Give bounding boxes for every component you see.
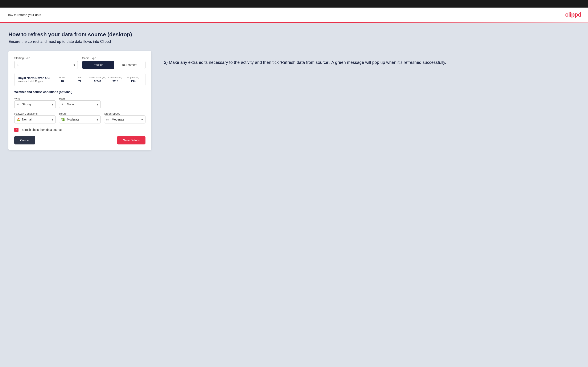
- rain-select[interactable]: None Light Heavy: [59, 100, 101, 108]
- rain-select-wrapper[interactable]: ✦ None Light Heavy: [59, 100, 101, 108]
- rough-select[interactable]: Moderate Light Heavy: [59, 116, 101, 124]
- wind-label: Wind: [14, 97, 21, 100]
- refresh-label: Refresh shots from data source: [21, 128, 62, 131]
- rough-label: Rough: [59, 112, 67, 115]
- practice-button[interactable]: Practice: [82, 61, 114, 69]
- button-row: Cancel Save Details: [14, 136, 146, 144]
- rain-group: Rain ✦ None Light Heavy: [59, 97, 101, 108]
- slope-rating-header: Slope rating: [124, 76, 142, 79]
- fairway-select-wrapper[interactable]: ⛳ Normal Soft Firm: [14, 116, 56, 124]
- starting-hole-select-wrapper[interactable]: 1: [14, 61, 78, 69]
- course-location: Westward Ho!, England: [18, 80, 53, 83]
- fairway-label: Fairway Conditions: [14, 112, 38, 115]
- starting-hole-group: Starting Hole 1: [14, 57, 78, 69]
- course-rating-col: Course rating 72.5: [106, 76, 124, 83]
- course-row: Royal North Devon GC, Westward Ho!, Engl…: [15, 73, 145, 86]
- weather-section: Weather and course conditions (optional)…: [14, 90, 146, 124]
- par-value: 72: [71, 80, 89, 83]
- yards-value: 6,744: [89, 80, 106, 83]
- game-type-group: Game Type Practice Tournament: [82, 57, 146, 69]
- weather-section-title: Weather and course conditions (optional): [14, 90, 146, 94]
- green-speed-select-wrapper[interactable]: ◎ Moderate Fast Slow: [104, 116, 146, 124]
- side-note-text: 3) Make any extra edits necessary to the…: [164, 59, 579, 66]
- course-table: Royal North Devon GC, Westward Ho!, Engl…: [14, 73, 146, 86]
- top-form-row: Starting Hole 1 Game Type Practice Tourn…: [14, 57, 146, 69]
- wind-select-wrapper[interactable]: ≋ Strong Light None: [14, 100, 56, 108]
- course-rating-value: 72.5: [106, 80, 124, 83]
- par-col: Par 72: [71, 76, 89, 83]
- game-type-label: Game Type: [82, 57, 146, 60]
- spacer: [104, 97, 146, 108]
- slope-rating-col: Slope rating 134: [124, 76, 142, 83]
- top-bar: [0, 0, 588, 8]
- fairway-group: Fairway Conditions ⛳ Normal Soft Firm: [14, 112, 56, 124]
- page-heading: How to refresh your data from source (de…: [9, 31, 579, 38]
- fairway-select[interactable]: Normal Soft Firm: [14, 116, 56, 124]
- side-note: 3) Make any extra edits necessary to the…: [164, 50, 579, 66]
- weather-row: Wind ≋ Strong Light None Rain: [14, 97, 146, 108]
- wind-group: Wind ≋ Strong Light None: [14, 97, 56, 108]
- course-name: Royal North Devon GC,: [18, 76, 53, 80]
- rough-group: Rough 🌿 Moderate Light Heavy: [59, 112, 101, 124]
- green-speed-group: Green Speed ◎ Moderate Fast Slow: [104, 112, 146, 124]
- content-row: Starting Hole 1 Game Type Practice Tourn…: [9, 50, 579, 150]
- green-speed-label: Green Speed: [104, 112, 120, 115]
- holes-col: Holes 18: [53, 76, 71, 83]
- refresh-checkbox-row: Refresh shots from data source: [14, 128, 146, 132]
- green-speed-select[interactable]: Moderate Fast Slow: [104, 116, 146, 124]
- cancel-button[interactable]: Cancel: [14, 136, 35, 144]
- holes-value: 18: [53, 80, 71, 83]
- header-title: How to refresh your data: [7, 13, 41, 17]
- page-subtitle: Ensure the correct and most up to date d…: [9, 40, 579, 44]
- slope-rating-value: 134: [124, 80, 142, 83]
- logo: clippd: [565, 11, 581, 18]
- checkbox-custom[interactable]: [14, 128, 18, 132]
- yards-header: Yards/White (M)): [89, 76, 106, 79]
- course-rating-header: Course rating: [106, 76, 124, 79]
- footer: Copyright Clippd 2022: [0, 365, 588, 367]
- holes-header: Holes: [53, 76, 71, 79]
- tournament-button[interactable]: Tournament: [114, 61, 145, 69]
- wind-select[interactable]: Strong Light None: [14, 100, 56, 108]
- rough-select-wrapper[interactable]: 🌿 Moderate Light Heavy: [59, 116, 101, 124]
- header: How to refresh your data clippd: [0, 8, 588, 22]
- form-card: Starting Hole 1 Game Type Practice Tourn…: [9, 50, 151, 150]
- par-header: Par: [71, 76, 89, 79]
- main-content: How to refresh your data from source (de…: [0, 23, 588, 365]
- course-name-col: Royal North Devon GC, Westward Ho!, Engl…: [18, 76, 53, 83]
- starting-hole-label: Starting Hole: [14, 57, 78, 60]
- conditions-row: Fairway Conditions ⛳ Normal Soft Firm Ro…: [14, 112, 146, 124]
- starting-hole-select[interactable]: 1: [14, 61, 78, 69]
- yards-col: Yards/White (M)) 6,744: [89, 76, 106, 83]
- game-type-buttons: Practice Tournament: [82, 61, 146, 69]
- save-button[interactable]: Save Details: [117, 136, 146, 144]
- rain-label: Rain: [59, 97, 65, 100]
